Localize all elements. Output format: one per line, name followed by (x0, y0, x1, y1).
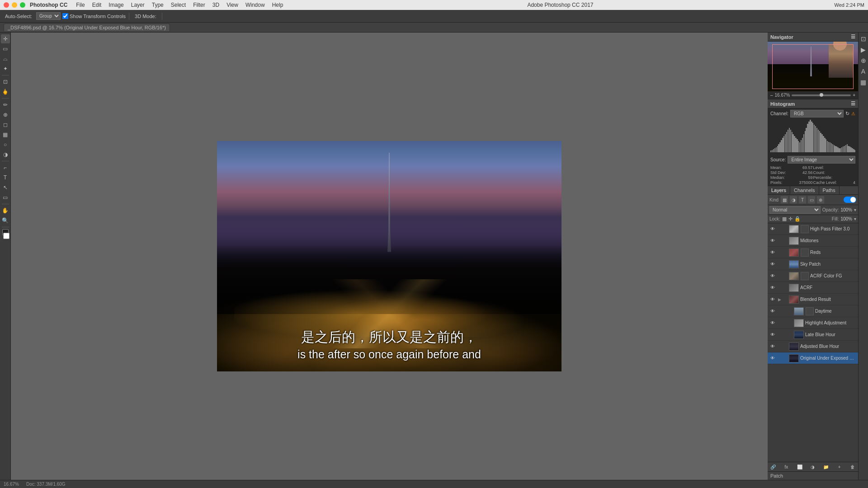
zoom-in-icon[interactable]: + (853, 93, 855, 98)
layer-expand-toggle[interactable] (777, 285, 782, 291)
file-tab[interactable]: _DSF4896.psd @ 16.7% (Original Under Exp… (4, 23, 170, 31)
background-color[interactable] (3, 233, 9, 239)
menu-layer[interactable]: Layer (128, 1, 148, 9)
fullscreen-button[interactable] (20, 2, 25, 8)
opacity-arrow-icon[interactable]: ▾ (854, 207, 856, 212)
layer-item[interactable]: 👁Highlight Adjustment (768, 317, 858, 329)
filter-type-icon[interactable]: T (798, 196, 807, 204)
tab-paths[interactable]: Paths (819, 186, 840, 194)
layer-visibility-toggle[interactable]: 👁 (769, 355, 776, 361)
histogram-menu-icon[interactable]: ☰ (851, 101, 855, 107)
hand-tool[interactable]: ✋ (1, 206, 10, 215)
tab-channels[interactable]: Channels (790, 186, 819, 194)
layer-visibility-toggle[interactable]: 👁 (769, 249, 776, 256)
type-tool[interactable]: T (1, 173, 10, 182)
layer-visibility-toggle[interactable]: 👁 (769, 238, 776, 244)
panel-5-icon[interactable]: ▦ (859, 78, 868, 87)
delete-layer-icon[interactable]: 🗑 (849, 464, 856, 470)
layer-item[interactable]: 👁ACRF (768, 282, 858, 294)
crop-tool[interactable]: ⊡ (1, 77, 10, 86)
lock-pixels-icon[interactable]: ▦ (782, 216, 787, 222)
layer-visibility-toggle[interactable]: 👁 (769, 273, 776, 279)
layer-item[interactable]: 👁Reds (768, 247, 858, 258)
menu-file[interactable]: File (73, 1, 88, 9)
source-dropdown[interactable]: Entire Image (788, 156, 855, 164)
panel-2-icon[interactable]: ▶ (859, 45, 868, 54)
blend-mode-dropdown[interactable]: Normal (769, 206, 821, 214)
panel-1-icon[interactable]: ⊡ (859, 34, 868, 43)
zoom-out-icon[interactable]: – (770, 93, 773, 98)
layer-item[interactable]: 👁▶Blended Result (768, 294, 858, 305)
layer-expand-toggle[interactable] (777, 238, 782, 244)
layer-visibility-toggle[interactable]: 👁 (769, 343, 776, 350)
selection-tool[interactable]: ▭ (1, 44, 10, 53)
layer-expand-toggle[interactable] (777, 308, 782, 314)
canvas-area[interactable]: 是之后的，所以又是之前的， is the after so once again… (11, 33, 768, 480)
menu-help[interactable]: Help (269, 1, 287, 9)
layer-expand-toggle[interactable] (777, 249, 782, 256)
gradient-tool[interactable]: ▦ (1, 130, 10, 139)
eraser-tool[interactable]: ◻ (1, 120, 10, 129)
layer-expand-toggle[interactable]: ▶ (777, 296, 782, 303)
layer-visibility-toggle[interactable]: 👁 (769, 296, 776, 303)
filter-shape-icon[interactable]: ▭ (807, 196, 816, 204)
close-button[interactable] (4, 2, 9, 8)
layer-visibility-toggle[interactable]: 👁 (769, 320, 776, 326)
layer-item[interactable]: 👁Late Blue Hour (768, 329, 858, 341)
lasso-tool[interactable]: ⌓ (1, 54, 10, 63)
panel-3-icon[interactable]: ⊕ (859, 56, 868, 65)
add-mask-icon[interactable]: ⬜ (796, 464, 803, 470)
layer-item[interactable]: 👁Daytime (768, 305, 858, 317)
menu-edit[interactable]: Edit (89, 1, 105, 9)
nav-zoom-slider[interactable] (792, 94, 851, 96)
layer-expand-toggle[interactable] (777, 261, 782, 267)
blur-tool[interactable]: ○ (1, 140, 10, 149)
layer-expand-toggle[interactable] (777, 355, 782, 361)
filter-smart-icon[interactable]: ⊕ (816, 196, 825, 204)
navigator-menu-icon[interactable]: ☰ (851, 34, 855, 40)
layer-item[interactable]: 👁ACRF Color FG (768, 270, 858, 282)
move-tool[interactable]: ✛ (1, 34, 10, 43)
dodge-tool[interactable]: ◑ (1, 150, 10, 159)
adjustment-icon[interactable]: ◑ (809, 464, 816, 470)
channel-dropdown[interactable]: RGBRedGreenBlue (790, 110, 844, 117)
transform-controls-checkbox[interactable] (62, 13, 68, 19)
fill-arrow-icon[interactable]: ▾ (854, 216, 856, 221)
layer-visibility-toggle[interactable]: 👁 (769, 332, 776, 338)
layer-visibility-toggle[interactable]: 👁 (769, 261, 776, 267)
menu-type[interactable]: Type (149, 1, 167, 9)
layer-expand-toggle[interactable] (777, 320, 782, 326)
tab-layers[interactable]: Layers (768, 186, 790, 194)
filter-toggle[interactable] (844, 197, 856, 203)
menu-window[interactable]: Window (242, 1, 268, 9)
layer-expand-toggle[interactable] (777, 343, 782, 350)
panel-4-icon[interactable]: A (859, 67, 868, 76)
path-selection-tool[interactable]: ↖ (1, 183, 10, 192)
clone-tool[interactable]: ⊕ (1, 110, 10, 119)
layer-fx-icon[interactable]: fx (783, 464, 790, 470)
layer-item[interactable]: 👁Original Under Exposed Blue Hour (768, 352, 858, 364)
lock-position-icon[interactable]: ✛ (788, 216, 793, 222)
layer-item[interactable]: 👁Sky Patch (768, 258, 858, 270)
shape-tool[interactable]: ▭ (1, 193, 10, 202)
minimize-button[interactable] (12, 2, 17, 8)
layer-item[interactable]: 👁Midtones (768, 235, 858, 247)
layer-visibility-toggle[interactable]: 👁 (769, 226, 776, 232)
layer-visibility-toggle[interactable]: 👁 (769, 285, 776, 291)
menu-3d[interactable]: 3D (209, 1, 222, 9)
zoom-tool[interactable]: 🔍 (1, 216, 10, 225)
layer-link-icon[interactable]: 🔗 (769, 464, 777, 470)
layer-item[interactable]: 👁High Pass Filter 3.0 (768, 223, 858, 235)
auto-select-dropdown[interactable]: GroupLayer (36, 12, 61, 20)
menu-view[interactable]: View (223, 1, 241, 9)
new-layer-icon[interactable]: + (836, 464, 843, 470)
menu-select[interactable]: Select (168, 1, 189, 9)
layers-list[interactable]: 👁High Pass Filter 3.0👁Midtones👁Reds👁Sky … (768, 223, 858, 462)
brush-tool[interactable]: ✏ (1, 100, 10, 109)
menu-filter[interactable]: Filter (190, 1, 208, 9)
magic-wand-tool[interactable]: ✦ (1, 64, 10, 73)
layer-item[interactable]: 👁Adjusted Blue Hour (768, 341, 858, 352)
layer-visibility-toggle[interactable]: 👁 (769, 308, 776, 314)
layer-expand-toggle[interactable] (777, 226, 782, 232)
lock-all-icon[interactable]: 🔒 (794, 216, 801, 222)
